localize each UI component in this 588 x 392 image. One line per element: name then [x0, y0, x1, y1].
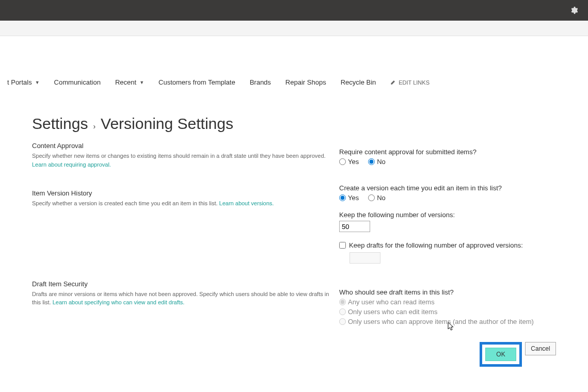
input-keep-versions[interactable] — [339, 221, 370, 232]
nav-item-label: Recycle Bin — [341, 78, 376, 86]
radio-approval-yes[interactable]: Yes — [339, 158, 359, 166]
breadcrumb-settings-link[interactable]: Settings — [32, 115, 88, 133]
radio-version-yes[interactable]: Yes — [339, 194, 359, 202]
nav-item-repair-shops[interactable]: Repair Shops — [278, 75, 333, 89]
nav-item-recycle-bin[interactable]: Recycle Bin — [333, 75, 384, 89]
suite-bar — [0, 0, 588, 21]
secondary-bar — [0, 21, 588, 36]
nav-item-label: Brands — [250, 78, 271, 86]
nav-item-brands[interactable]: Brands — [243, 75, 278, 89]
breadcrumb: Settings › Versioning Settings — [32, 115, 588, 133]
radio-version-no[interactable]: No — [368, 194, 386, 202]
cancel-button[interactable]: Cancel — [525, 342, 556, 355]
highlight-annotation: OK — [480, 342, 522, 367]
label-keep-drafts: Keep drafts for the following number of … — [349, 241, 523, 249]
nav-item-label: Recent — [115, 78, 136, 86]
question-approval: Require content approval for submitted i… — [339, 148, 556, 156]
edit-links-label: EDIT LINKS — [399, 79, 430, 86]
page-title: Versioning Settings — [101, 115, 233, 133]
nav-item-label: Customers from Template — [158, 78, 235, 86]
checkbox-keep-drafts-input[interactable] — [339, 242, 346, 249]
learn-link-versions[interactable]: Learn about versions. — [219, 200, 274, 206]
nav-item-recent[interactable]: Recent ▼ — [108, 75, 151, 89]
learn-link-approval[interactable]: Learn about requiring approval. — [32, 161, 111, 168]
section-title-content-approval: Content Approval — [32, 142, 339, 150]
nav-item-customers[interactable]: Customers from Template — [151, 75, 243, 89]
nav-item-communication[interactable]: Communication — [47, 75, 108, 89]
pencil-icon — [390, 79, 396, 85]
section-title-draft-security: Draft Item Security — [32, 280, 339, 288]
nav-item-portals[interactable]: t Portals ▼ — [0, 75, 47, 89]
nav-item-label: t Portals — [7, 78, 32, 86]
checkbox-keep-drafts[interactable]: Keep drafts for the following number of … — [339, 241, 556, 249]
section-title-version-history: Item Version History — [32, 189, 339, 197]
breadcrumb-separator: › — [93, 122, 96, 130]
section-desc-content-approval: Specify whether new items or changes to … — [32, 152, 339, 169]
nav-item-label: Communication — [54, 78, 101, 86]
chevron-down-icon: ▼ — [139, 80, 144, 85]
gear-icon[interactable] — [569, 6, 578, 14]
input-keep-drafts-count — [349, 252, 380, 264]
learn-link-drafts[interactable]: Learn about specifying who can view and … — [53, 299, 185, 305]
chevron-down-icon: ▼ — [35, 80, 40, 85]
ok-button[interactable]: OK — [485, 348, 516, 361]
radio-draft-approve: Only users who can approve items (and th… — [339, 318, 556, 325]
section-desc-version-history: Specify whether a version is created eac… — [32, 199, 339, 208]
top-nav: t Portals ▼ Communication Recent ▼ Custo… — [0, 75, 588, 89]
question-draft-visibility: Who should see draft items in this list? — [339, 288, 556, 296]
radio-draft-edit: Only users who can edit items — [339, 308, 556, 316]
edit-links-button[interactable]: EDIT LINKS — [383, 76, 437, 89]
nav-item-label: Repair Shops — [285, 78, 326, 86]
radio-approval-no[interactable]: No — [368, 158, 386, 166]
radio-draft-any: Any user who can read items — [339, 298, 556, 306]
question-create-version: Create a version each time you edit an i… — [339, 184, 556, 192]
label-keep-versions: Keep the following number of versions: — [339, 211, 556, 219]
section-desc-draft-security: Drafts are minor versions or items which… — [32, 290, 339, 307]
